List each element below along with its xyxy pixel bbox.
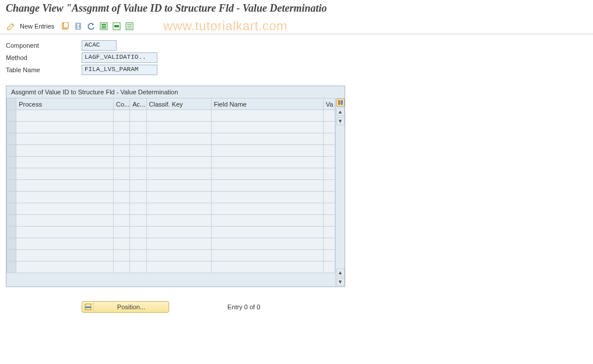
select-block-icon[interactable] [111, 21, 122, 31]
cell-ac[interactable] [130, 238, 146, 250]
cell-field[interactable] [211, 261, 323, 273]
cell-ac[interactable] [130, 250, 146, 261]
cell-field[interactable] [211, 203, 323, 215]
cell-field[interactable] [211, 238, 323, 250]
cell-ac[interactable] [130, 157, 146, 168]
cell-process[interactable] [16, 203, 114, 215]
toggle-display-change-icon[interactable] [6, 21, 16, 31]
undo-change-icon[interactable] [86, 21, 96, 31]
new-entries-button[interactable]: New Entries [19, 23, 58, 30]
cell-process[interactable] [16, 192, 114, 203]
cell-va[interactable] [323, 192, 335, 203]
column-header-selector[interactable] [7, 98, 16, 110]
cell-va[interactable] [323, 227, 335, 238]
cell-ac[interactable] [130, 227, 146, 238]
cell-field[interactable] [211, 145, 323, 157]
cell-field[interactable] [211, 157, 323, 168]
cell-classif[interactable] [146, 157, 211, 168]
cell-process[interactable] [16, 261, 114, 273]
cell-process[interactable] [16, 227, 114, 238]
cell-co[interactable] [113, 122, 129, 133]
cell-va[interactable] [323, 250, 335, 261]
row-selector[interactable] [7, 192, 16, 203]
row-selector[interactable] [7, 122, 16, 133]
cell-ac[interactable] [130, 145, 146, 157]
cell-process[interactable] [16, 145, 114, 157]
cell-process[interactable] [16, 133, 114, 145]
column-header-classif[interactable]: Classif. Key [146, 98, 211, 110]
row-selector[interactable] [7, 250, 16, 261]
cell-process[interactable] [16, 122, 114, 133]
cell-ac[interactable] [130, 180, 146, 192]
cell-va[interactable] [323, 133, 335, 145]
row-selector[interactable] [7, 238, 16, 250]
cell-classif[interactable] [146, 215, 211, 227]
cell-ac[interactable] [130, 168, 146, 180]
cell-va[interactable] [323, 110, 335, 122]
cell-process[interactable] [16, 168, 114, 180]
cell-co[interactable] [113, 145, 129, 157]
cell-field[interactable] [211, 110, 323, 122]
cell-classif[interactable] [146, 203, 211, 215]
vertical-scrollbar[interactable]: ▲ ▼ ▲ ▼ [335, 98, 345, 287]
cell-co[interactable] [113, 203, 129, 215]
cell-co[interactable] [113, 133, 129, 145]
row-selector[interactable] [7, 110, 16, 122]
cell-co[interactable] [113, 261, 129, 273]
tablename-field[interactable]: FILA_LVS_PARAM [82, 65, 157, 75]
scroll-down-button-2[interactable]: ▼ [336, 278, 345, 286]
cell-classif[interactable] [146, 180, 211, 192]
scroll-down-button[interactable]: ▼ [336, 117, 345, 125]
table-settings-icon[interactable] [336, 98, 345, 107]
method-field[interactable]: LAGF_VALIDATIO.. [82, 52, 157, 63]
cell-classif[interactable] [146, 250, 211, 261]
row-selector[interactable] [7, 261, 16, 273]
row-selector[interactable] [7, 168, 16, 180]
scroll-up-button-2[interactable]: ▲ [336, 268, 345, 277]
cell-co[interactable] [113, 215, 129, 227]
cell-co[interactable] [113, 192, 129, 203]
delete-icon[interactable] [73, 21, 83, 31]
cell-field[interactable] [211, 250, 323, 261]
cell-field[interactable] [211, 122, 323, 133]
cell-va[interactable] [323, 238, 335, 250]
cell-co[interactable] [113, 168, 129, 180]
column-header-process[interactable]: Process [16, 98, 114, 110]
cell-field[interactable] [211, 133, 323, 145]
cell-field[interactable] [211, 168, 323, 180]
copy-as-icon[interactable] [60, 21, 71, 31]
select-all-icon[interactable] [99, 21, 109, 31]
cell-ac[interactable] [130, 203, 146, 215]
cell-ac[interactable] [130, 110, 146, 122]
row-selector[interactable] [7, 215, 16, 227]
cell-process[interactable] [16, 180, 114, 192]
cell-process[interactable] [16, 110, 114, 122]
cell-va[interactable] [323, 203, 335, 215]
cell-field[interactable] [211, 227, 323, 238]
column-header-ac[interactable]: Ac... [130, 98, 146, 110]
cell-classif[interactable] [146, 261, 211, 273]
scroll-up-button[interactable]: ▲ [336, 108, 345, 116]
cell-va[interactable] [323, 157, 335, 168]
cell-classif[interactable] [146, 192, 211, 203]
cell-ac[interactable] [130, 192, 146, 203]
cell-co[interactable] [113, 227, 129, 238]
cell-classif[interactable] [146, 227, 211, 238]
cell-classif[interactable] [146, 110, 211, 122]
cell-classif[interactable] [146, 145, 211, 157]
cell-va[interactable] [323, 168, 335, 180]
row-selector[interactable] [7, 157, 16, 168]
cell-ac[interactable] [130, 215, 146, 227]
column-header-va[interactable]: Va [323, 98, 335, 110]
cell-co[interactable] [113, 238, 129, 250]
cell-co[interactable] [113, 180, 129, 192]
cell-classif[interactable] [146, 122, 211, 133]
cell-process[interactable] [16, 157, 114, 168]
cell-process[interactable] [16, 250, 114, 261]
row-selector[interactable] [7, 145, 16, 157]
cell-field[interactable] [211, 180, 323, 192]
cell-co[interactable] [113, 250, 129, 261]
cell-classif[interactable] [146, 133, 211, 145]
row-selector[interactable] [7, 227, 16, 238]
cell-ac[interactable] [130, 261, 146, 273]
